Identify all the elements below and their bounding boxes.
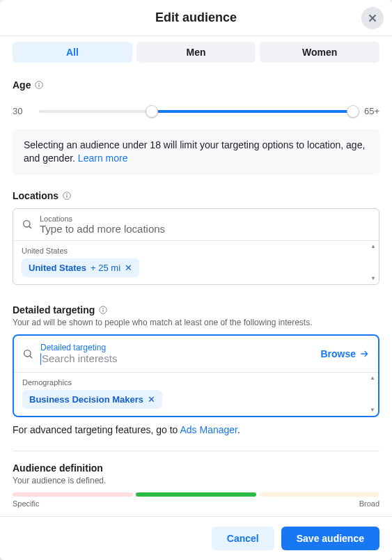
location-group-label: United States — [22, 247, 370, 255]
advanced-targeting-text: For advanced targeting features, go to A… — [13, 424, 379, 435]
audience-definition-title: Audience definition — [13, 462, 379, 474]
modal-footer: Cancel Save audience — [0, 516, 392, 560]
gender-men-tab[interactable]: Men — [136, 42, 256, 63]
divider — [13, 451, 379, 451]
save-button[interactable]: Save audience — [281, 527, 379, 550]
detailed-placeholder: Search interests — [40, 352, 313, 366]
info-icon[interactable] — [99, 306, 107, 314]
remove-interest-icon[interactable]: ✕ — [148, 394, 155, 405]
svg-point-8 — [103, 308, 104, 309]
cancel-button[interactable]: Cancel — [212, 527, 274, 550]
under18-callout: Selecting an audience under 18 will limi… — [13, 129, 379, 175]
gender-women-tab[interactable]: Women — [260, 42, 379, 63]
search-icon — [22, 219, 33, 230]
interest-chip[interactable]: Business Decision Makers ✕ — [22, 390, 162, 409]
scroll-up-icon[interactable]: ▲ — [370, 375, 375, 381]
svg-rect-5 — [67, 195, 68, 198]
detailed-field-label: Detailed targeting — [40, 343, 313, 352]
detailed-list: Demographics Business Decision Makers ✕ … — [14, 373, 378, 416]
ads-manager-link[interactable]: Ads Manager — [180, 424, 238, 435]
svg-point-1 — [39, 83, 40, 84]
age-slider[interactable]: 30 65+ — [13, 106, 379, 116]
location-chip[interactable]: United States + 25 mi ✕ — [22, 258, 139, 277]
scroll-down-icon[interactable]: ▼ — [370, 276, 376, 281]
locations-search[interactable]: Locations Type to add more locations — [13, 209, 379, 241]
detailed-search[interactable]: Detailed targeting Search interests Brow… — [14, 336, 378, 373]
detailed-hint: Your ad will be shown to people who matc… — [13, 318, 379, 327]
search-icon — [22, 348, 33, 359]
gender-segmented-control: All Men Women — [13, 42, 379, 63]
scroll-down-icon[interactable]: ▼ — [370, 407, 375, 413]
meter-specific-label: Specific — [13, 499, 40, 508]
detailed-scrollbar[interactable]: ▲▼ — [369, 375, 376, 413]
edit-audience-modal: Edit audience All Men Women Age 30 65+ — [0, 0, 392, 560]
age-max-value: 65+ — [360, 106, 379, 116]
svg-rect-9 — [103, 309, 104, 312]
remove-location-icon[interactable]: ✕ — [125, 263, 132, 273]
learn-more-link[interactable]: Learn more — [78, 153, 128, 164]
arrow-right-icon — [359, 348, 370, 359]
svg-point-6 — [24, 221, 30, 227]
browse-link[interactable]: Browse — [320, 348, 370, 359]
locations-field-label: Locations — [40, 215, 370, 223]
audience-meter — [13, 492, 379, 497]
audience-definition-status: Your audience is defined. — [13, 476, 379, 485]
age-min-handle[interactable] — [146, 105, 158, 118]
age-max-handle[interactable] — [347, 105, 359, 118]
age-min-value: 30 — [13, 106, 32, 116]
svg-rect-2 — [39, 84, 40, 87]
detailed-targeting-label: Detailed targeting — [13, 304, 379, 316]
locations-placeholder: Type to add more locations — [40, 223, 370, 235]
svg-point-10 — [24, 350, 31, 357]
detailed-targeting-box: Detailed targeting Search interests Brow… — [13, 334, 379, 418]
locations-label: Locations — [13, 190, 379, 201]
meter-broad-label: Broad — [359, 499, 379, 508]
interest-group-label: Demographics — [22, 378, 370, 387]
locations-box: Locations Type to add more locations Uni… — [13, 208, 379, 285]
scroll-up-icon[interactable]: ▲ — [370, 244, 376, 249]
close-button[interactable] — [361, 7, 384, 29]
locations-list: United States United States + 25 mi ✕ ▲▼ — [13, 241, 379, 284]
modal-content: All Men Women Age 30 65+ Selecting an au… — [0, 36, 392, 516]
locations-scrollbar[interactable]: ▲▼ — [370, 244, 377, 281]
modal-header: Edit audience — [0, 0, 392, 36]
info-icon[interactable] — [35, 81, 43, 89]
close-icon — [366, 12, 379, 24]
modal-title: Edit audience — [155, 10, 237, 25]
age-label: Age — [13, 79, 379, 91]
info-icon[interactable] — [63, 192, 71, 200]
svg-point-4 — [66, 194, 68, 195]
gender-all-tab[interactable]: All — [13, 42, 132, 63]
age-slider-track[interactable] — [39, 110, 353, 113]
